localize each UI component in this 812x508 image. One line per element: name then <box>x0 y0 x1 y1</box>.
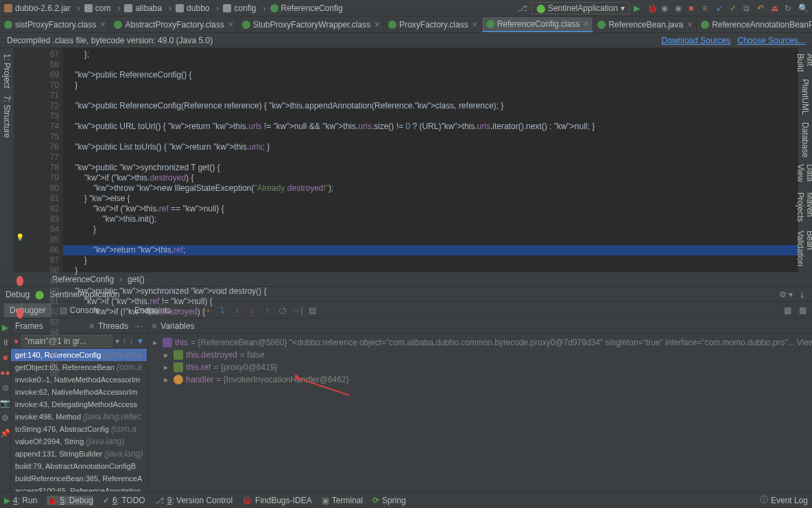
tool-plantuml[interactable]: PlantUML <box>800 79 810 115</box>
expand-toggle-icon[interactable]: ▸ <box>164 375 171 384</box>
resume-icon[interactable]: ▶ <box>2 323 8 332</box>
git-update-icon[interactable]: ↙ <box>716 3 726 13</box>
layout-icon[interactable]: ≡ <box>702 3 712 13</box>
breadcrumb-item[interactable]: com <box>84 3 111 13</box>
editor-tab[interactable]: AbstractProxyFactory.class× <box>110 17 238 32</box>
tool-project[interactable]: 1: Project <box>2 54 12 89</box>
event-log-button[interactable]: Event Log <box>771 496 808 505</box>
code-line[interactable]: } <box>63 255 798 266</box>
git-commit-icon[interactable]: ✓ <box>730 3 739 13</box>
code-line[interactable]: "kw">this.init(); <box>63 214 798 224</box>
prev-frame-icon[interactable]: ↑ <box>122 336 126 346</box>
filter-icon[interactable]: ▼ <box>136 336 144 346</box>
bottom-tool-run[interactable]: ▶4: Run <box>4 496 37 505</box>
code-line[interactable] <box>63 152 798 163</box>
stack-frame[interactable]: invoke:498, Method (java.lang.reflec <box>11 411 147 423</box>
code-line[interactable]: "kw">public ReferenceConfig(Reference re… <box>63 101 798 111</box>
tool-database[interactable]: Database <box>800 122 810 157</box>
sync-icon[interactable]: ↻ <box>785 3 794 13</box>
code-line[interactable]: "kw">throw "kw">new IllegalStateExceptio… <box>63 183 798 194</box>
download-icon[interactable]: ⭳ <box>798 290 807 299</box>
expand-toggle-icon[interactable]: ▸ <box>153 338 160 347</box>
editor-tab[interactable]: ReferenceBean.java× <box>593 17 697 32</box>
pin-icon[interactable]: 📌 <box>0 428 10 438</box>
debug-icon[interactable]: 🐞 <box>647 3 657 13</box>
stop-debug-icon[interactable]: ■ <box>3 353 8 362</box>
tool-structure[interactable]: 7: Structure <box>2 95 12 138</box>
stack-frame[interactable]: invoke:43, DelegatingMethodAccess <box>11 398 147 411</box>
code-line[interactable]: "kw">public ReferenceConfig() { <box>63 70 798 80</box>
tool-dataview[interactable]: Data View <box>796 164 812 185</box>
breadcrumb-item[interactable]: config <box>223 3 256 13</box>
code-line[interactable] <box>63 276 798 286</box>
mute-breakpoints-icon[interactable]: ⊘ <box>2 383 9 393</box>
code-line[interactable]: "kw">public List toUrls() { "kw">return … <box>63 142 798 152</box>
tool-bean[interactable]: Bean Validation <box>796 231 812 266</box>
bottom-tool-todo[interactable]: ✔6: TODO <box>103 496 145 505</box>
stop-icon[interactable]: ■ <box>689 3 698 13</box>
choose-sources-link[interactable]: Choose Sources... <box>737 36 805 45</box>
editor-tab[interactable]: ReferenceAnnotationBeanPostProcessor.jav… <box>697 17 812 32</box>
view-breakpoints-icon[interactable]: ●● <box>0 368 10 378</box>
code-line[interactable]: "kw">public URL toUrl() { "kw">return "k… <box>63 122 798 132</box>
stack-frame[interactable]: valueOf:2994, String (java.lang) <box>11 435 147 448</box>
code-line[interactable] <box>63 111 798 122</box>
download-sources-link[interactable]: Download Sources <box>662 36 731 45</box>
editor-tab[interactable]: StubProxyFactoryWrapper.class× <box>238 17 384 32</box>
next-frame-icon[interactable]: ↓ <box>129 336 133 346</box>
settings2-icon[interactable]: ⚙ <box>1 413 9 423</box>
breakpoint-icon[interactable] <box>16 276 23 286</box>
stack-frame[interactable]: buildReferenceBean:385, ReferenceA <box>11 472 147 485</box>
breadcrumb-item[interactable]: ReferenceConfig <box>270 3 343 13</box>
bottom-tool-debug[interactable]: 🐞5: Debug <box>47 496 93 505</box>
tool-maven[interactable]: Maven Projects <box>796 192 812 224</box>
bottom-tool-spring[interactable]: ⟳Spring <box>372 496 406 505</box>
variable-row[interactable]: ▸this.destroyed = false <box>150 349 812 361</box>
code-line[interactable]: } <box>63 266 798 276</box>
git-show-icon[interactable]: ⧉ <box>743 3 753 13</box>
breadcrumb-item[interactable]: dubbo <box>176 3 209 13</box>
variable-row[interactable]: ▸this = {ReferenceBean@5860} "<dubbo:ref… <box>150 336 812 349</box>
coverage-icon[interactable]: ◉ <box>661 3 671 13</box>
pause-icon[interactable]: ⏸ <box>1 338 10 347</box>
close-icon[interactable]: × <box>374 20 379 30</box>
run-icon[interactable]: ▶ <box>634 3 643 13</box>
editor-tab[interactable]: ReferenceConfig.class× <box>482 17 594 32</box>
run-config-selector[interactable]: ⬤ SentinelApplication ▾ <box>532 2 630 14</box>
breadcrumb-item[interactable]: dubbo-2.6.2.jar <box>4 3 71 13</box>
variable-row[interactable]: ▸this.ref = {proxy0@6419} <box>150 361 812 373</box>
code-line[interactable] <box>63 132 798 142</box>
dump-icon[interactable]: 📷 <box>0 398 10 408</box>
code-line[interactable]: } <box>63 80 798 91</box>
bottom-tool-terminal[interactable]: ▣Terminal <box>322 496 363 505</box>
code-line[interactable] <box>63 60 798 70</box>
code-line[interactable]: "kw">public "kw">synchronized "kw">void … <box>63 286 798 297</box>
stack-frame[interactable]: toString:476, AbstractConfig (com.a <box>11 423 147 435</box>
intention-bulb-icon[interactable]: 💡 <box>14 233 26 244</box>
bottom-tool-findbugs-idea[interactable]: 🐞FindBugs-IDEA <box>242 496 312 505</box>
settings-icon[interactable]: ▦ <box>797 305 808 316</box>
stack-frame[interactable]: append:131, StringBuilder (java.lang) <box>11 448 147 460</box>
code-line[interactable]: }; <box>63 49 798 60</box>
breadcrumb-item[interactable]: alibaba <box>124 3 162 13</box>
code-line[interactable]: "kw">return "kw">this.ref; <box>63 245 798 255</box>
close-icon[interactable]: × <box>228 20 233 30</box>
code-line[interactable]: "kw">if (!"kw">this.destroyed) { <box>63 307 798 317</box>
variable-row[interactable]: ▸handler = {InvokerInvocationHandler@646… <box>150 373 812 386</box>
threads-icon[interactable]: ≡ <box>89 321 94 331</box>
code-line[interactable]: "kw">if ("kw">this.ref == "kw">null) { <box>63 204 798 214</box>
code-editor[interactable]: }; "kw">public ReferenceConfig() { } "kw… <box>63 48 798 272</box>
stack-frame[interactable]: build:79, AbstractAnnotationConfigB <box>11 460 147 472</box>
code-line[interactable]: "kw">if ("kw">this.destroyed) { <box>63 173 798 183</box>
editor-tab[interactable]: ProxyFactory.class× <box>384 17 481 32</box>
tool-ant[interactable]: Ant Build <box>796 54 812 72</box>
breakpoint-icon[interactable] <box>16 308 23 319</box>
code-line[interactable]: "kw">if ("kw">this.ref != "kw">null) { <box>63 297 798 307</box>
revert-icon[interactable]: ↶ <box>757 3 767 13</box>
close-icon[interactable]: × <box>687 20 692 30</box>
code-line[interactable]: } "kw">else { <box>63 194 798 204</box>
profile-icon[interactable]: ◉ <box>675 3 684 13</box>
expand-toggle-icon[interactable]: ▸ <box>164 362 171 372</box>
close-icon[interactable]: × <box>584 19 588 29</box>
code-line[interactable] <box>63 235 798 245</box>
